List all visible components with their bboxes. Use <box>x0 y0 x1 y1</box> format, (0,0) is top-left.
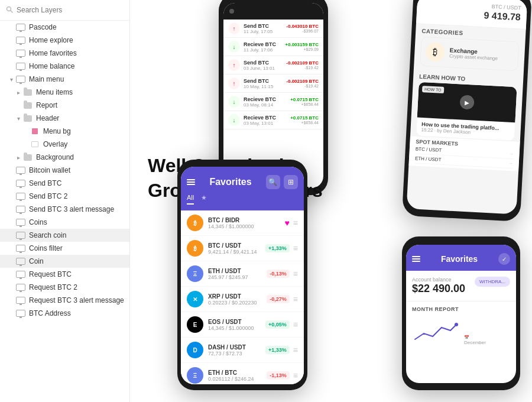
search-icon-btn[interactable]: 🔍 <box>266 175 280 189</box>
chevron-placeholder <box>7 244 15 252</box>
layer-icon <box>22 114 33 122</box>
fav-coin-item[interactable]: E EOS / USDT 14,345 / $1.000000 +0,05% ≡ <box>181 312 304 338</box>
search-input[interactable] <box>17 6 124 14</box>
layer-item-send-btc-3-alert[interactable]: Send BTC 3 alert message <box>0 203 129 216</box>
layer-item-bitcoin-wallet[interactable]: Bitcoin wallet <box>0 164 129 177</box>
layer-item-search-coin[interactable]: Search coin <box>0 229 129 242</box>
fav-coin-item[interactable]: Ξ ETH / BTC 0.026112 / $246.24 -1,13% ≡ <box>181 363 304 384</box>
screen-icon <box>16 310 25 317</box>
layer-item-request-btc[interactable]: Request BTC <box>0 268 129 281</box>
tx-date: 11 July, 17:06 <box>244 47 281 53</box>
balance-label: Account balance <box>412 277 465 283</box>
layer-label: Home explore <box>29 36 73 44</box>
tx-arrow-icon: ↓ <box>228 96 240 108</box>
coin-menu-icon[interactable]: ≡ <box>293 320 298 329</box>
layer-item-request-btc-2[interactable]: Request BTC 2 <box>0 281 129 294</box>
fav-header-top: Favorites 🔍 ⊞ <box>187 175 298 189</box>
coin-price: 14,345 / $1.000000 <box>208 325 265 331</box>
hamburger-icon <box>187 179 195 185</box>
fav-tab-star[interactable]: ★ <box>201 194 207 205</box>
screen-icon <box>16 297 25 304</box>
coin-icon: E <box>187 316 203 333</box>
layer-item-coin[interactable]: Coin <box>0 255 129 268</box>
fav-coin-item[interactable]: ₿ BTC / BIDR 14,345 / $1.000000 ♥ ≡ <box>181 210 304 236</box>
layer-item-report[interactable]: Report <box>0 99 129 112</box>
coin-menu-icon[interactable]: ≡ <box>293 294 298 304</box>
layer-label: Request BTC 2 <box>29 283 77 291</box>
tx-item: ↓ Recieve BTC 11 July, 17:06 +0.003159 B… <box>223 38 323 56</box>
calendar-label: December <box>464 340 486 345</box>
tx-amount: -0.002109 BTC -$19.42 <box>286 60 319 70</box>
phone4-screen: Favorites ✓ Account balance $22 490.00 W… <box>406 245 516 383</box>
layer-item-send-btc-2[interactable]: Send BTC 2 <box>0 190 129 203</box>
qr-icon-btn[interactable]: ⊞ <box>284 175 298 189</box>
layer-item-home-balance[interactable]: Home balance <box>0 60 129 73</box>
phone-favorites2: Favorites ✓ Account balance $22 490.00 W… <box>402 236 520 390</box>
fav-coin-item[interactable]: ₿ BTC / USDT 9,421.14 / $9,421.14 +1,33%… <box>181 236 304 261</box>
tx-btc: -0.043010 BTC <box>286 24 319 29</box>
right-panel: Well Organized Groups And Layers ↑ Send … <box>130 0 532 402</box>
tx-info: Send BTC 10 May, 11:15 <box>244 78 283 89</box>
layer-label: Home favorites <box>29 49 77 57</box>
coin-menu-icon[interactable]: ≡ <box>293 345 298 355</box>
fav2-header: Favorites ✓ <box>406 245 516 271</box>
spot-name: ETH / USDT <box>415 156 442 163</box>
tx-usd: -$396.07 <box>286 29 319 33</box>
chevron-placeholder <box>21 127 30 135</box>
chevron-placeholder <box>7 283 15 291</box>
withdraw-btn[interactable]: WITHDRA... <box>475 277 510 287</box>
layer-icon <box>22 88 33 96</box>
coin-menu-icon[interactable]: ≡ <box>293 269 298 278</box>
chevron-icon: ▸ <box>14 153 22 161</box>
layer-item-coins-filter[interactable]: Coins filter <box>0 242 129 255</box>
layer-item-send-btc[interactable]: Send BTC <box>0 177 129 190</box>
layer-item-background[interactable]: ▸Background <box>0 151 129 164</box>
layer-label: Header <box>36 114 59 122</box>
screen-icon <box>16 24 25 31</box>
layer-icon <box>30 127 40 135</box>
chevron-placeholder <box>7 49 15 57</box>
layer-icon <box>15 179 26 187</box>
coin-badge: -1,13% <box>267 371 290 380</box>
layer-item-btc-address[interactable]: BTC Address <box>0 307 129 320</box>
fav-tab-all[interactable]: All <box>187 194 194 205</box>
coin-menu-icon[interactable]: ≡ <box>293 371 298 380</box>
coin-name: ETH / BTC <box>208 369 267 376</box>
layer-item-home-favorites[interactable]: Home favorites <box>0 47 129 60</box>
tx-title: Recieve BTC <box>244 96 287 102</box>
tx-info: Send BTC 11 July, 17:05 <box>244 23 283 34</box>
layer-label: Send BTC 3 alert message <box>29 205 114 213</box>
layer-icon <box>15 218 26 226</box>
layer-item-pascode[interactable]: Pascode <box>0 21 129 34</box>
coin-info: DASH / USDT 72,73 / $72.73 <box>208 344 265 356</box>
search-bar[interactable] <box>0 0 129 21</box>
layer-item-header[interactable]: ▾Header <box>0 112 129 125</box>
layer-item-coins[interactable]: Coins <box>0 216 129 229</box>
coin-name: EOS / USDT <box>208 319 265 325</box>
layer-item-menu-bg[interactable]: Menu bg <box>0 125 129 138</box>
coin-info: ETH / BTC 0.026112 / $246.24 <box>208 369 267 382</box>
layer-item-overlay[interactable]: Overlay <box>0 138 129 151</box>
chevron-icon: ▾ <box>7 75 15 83</box>
tx-title: Recieve BTC <box>244 115 287 121</box>
coin-menu-icon[interactable]: ≡ <box>293 218 298 228</box>
layer-item-menu-items[interactable]: ▸Menu items <box>0 86 129 99</box>
coin-menu-icon[interactable]: ≡ <box>293 244 298 253</box>
layer-item-home-explore[interactable]: Home explore <box>0 34 129 47</box>
fav-coin-item[interactable]: ✕ XRP / USDT 0.20223 / $0.202230 -0,27% … <box>181 287 304 312</box>
spot-section: SPOT MARKETS BTC / USDT→ETH / USDT→ <box>408 135 520 171</box>
screen-icon <box>16 219 25 226</box>
fav-coin-item[interactable]: Ξ ETH / USDT 245.97 / $245.97 -0,13% ≡ <box>181 261 304 287</box>
layer-item-main-menu[interactable]: ▾Main menu <box>0 73 129 86</box>
folder-icon <box>24 102 32 109</box>
screen-icon <box>16 180 25 187</box>
rect-icon <box>31 141 38 147</box>
play-button[interactable]: ▶ <box>459 95 474 109</box>
tx-date: 10 May, 11:15 <box>244 84 283 89</box>
layer-label: Menu bg <box>43 127 71 135</box>
fav2-icon[interactable]: ✓ <box>498 253 510 265</box>
layer-item-request-btc-3-alert[interactable]: Request BTC 3 alert message <box>0 294 129 307</box>
tx-usd: +$658.44 <box>290 102 319 106</box>
fav-coin-item[interactable]: D DASH / USDT 72,73 / $72.73 +1,33% ≡ <box>181 338 304 363</box>
chevron-icon: ▾ <box>14 114 22 122</box>
